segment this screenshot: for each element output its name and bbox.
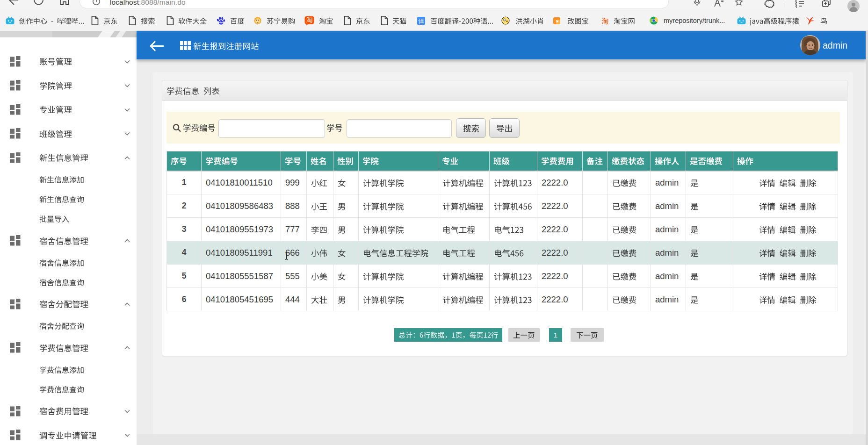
svg-text:du: du — [219, 20, 223, 23]
